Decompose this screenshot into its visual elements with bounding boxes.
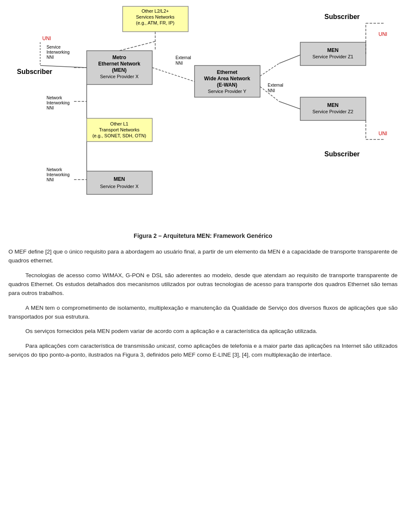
svg-text:MEN: MEN <box>114 176 125 182</box>
svg-text:(e.g., SONET, SDH, OTN): (e.g., SONET, SDH, OTN) <box>92 133 146 138</box>
svg-text:(MEN): (MEN) <box>112 67 127 73</box>
svg-text:NNI: NNI <box>47 106 54 110</box>
network-interworking-nni-top: Network <box>47 95 63 100</box>
subscriber-top-right: Subscriber <box>324 13 360 20</box>
svg-text:Service Provider Z2: Service Provider Z2 <box>313 109 354 114</box>
svg-text:MEN: MEN <box>327 102 339 108</box>
svg-text:Interworking: Interworking <box>47 172 69 177</box>
svg-text:Service Provider X: Service Provider X <box>100 184 139 189</box>
svg-text:Service Provider Y: Service Provider Y <box>208 89 247 94</box>
external-nni-bottom: External <box>268 83 283 87</box>
paragraph-5-italic: unicast <box>156 343 175 349</box>
svg-line-40 <box>279 101 300 109</box>
svg-line-37 <box>260 63 279 76</box>
svg-text:Other L2/L2+: Other L2/L2+ <box>142 8 169 14</box>
svg-text:Interworking: Interworking <box>47 50 69 55</box>
svg-text:NNI: NNI <box>176 61 183 65</box>
paragraph-1: O MEF define [2] que o único requisito p… <box>8 248 398 265</box>
subscriber-bottom-right: Subscriber <box>324 150 360 158</box>
svg-text:MEN: MEN <box>327 47 339 53</box>
service-interworking-label: Service <box>47 45 61 49</box>
svg-text:NNI: NNI <box>47 177 54 182</box>
svg-text:(E-WAN): (E-WAN) <box>217 82 237 88</box>
svg-text:Ethernet Network: Ethernet Network <box>98 61 140 67</box>
svg-text:NNI: NNI <box>268 88 275 93</box>
svg-text:Wide Area Network: Wide Area Network <box>204 76 250 82</box>
svg-text:Interworking: Interworking <box>47 101 69 105</box>
svg-text:Service Provider X: Service Provider X <box>100 74 139 79</box>
svg-text:Other L1: Other L1 <box>110 121 129 126</box>
figure-caption: Figura 2 – Arquitetura MEN: Framework Ge… <box>8 232 398 239</box>
svg-text:Service Provider Z1: Service Provider Z1 <box>313 54 354 59</box>
svg-text:NNI: NNI <box>47 55 54 60</box>
network-diagram: Other L2/L2+ Services Networks (e.g., AT… <box>8 4 398 228</box>
svg-line-38 <box>279 55 300 63</box>
uni-label-top-right: UNI <box>379 31 387 37</box>
uni-label-bottom-right: UNI <box>379 131 387 136</box>
network-interworking-nni-bottom: Network <box>47 167 63 172</box>
uni-label-top-left: UNI <box>42 35 51 41</box>
svg-text:Ethernet: Ethernet <box>217 69 238 75</box>
svg-text:Metro: Metro <box>112 55 126 60</box>
men-sp-x-bottom-box <box>87 171 152 194</box>
paragraph-3: A MEN tem o comprometimento de isolament… <box>8 304 398 322</box>
paragraph-5-text-before: Para aplicações com característica de tr… <box>25 343 156 349</box>
paragraph-2: Tecnologias de acesso como WIMAX, G-PON … <box>8 271 398 298</box>
paragraph-4: Os serviços fornecidos pela MEN podem va… <box>8 327 398 336</box>
diagram-container: Other L2/L2+ Services Networks (e.g., AT… <box>8 4 398 228</box>
svg-text:(e.g., ATM, FR, IP): (e.g., ATM, FR, IP) <box>136 20 175 25</box>
svg-line-31 <box>119 41 155 51</box>
subscriber-top-left: Subscriber <box>17 68 52 75</box>
paragraph-5: Para aplicações com característica de tr… <box>8 342 398 360</box>
svg-text:Services Networks: Services Networks <box>136 14 175 19</box>
svg-text:Transport Networks: Transport Networks <box>99 127 140 132</box>
external-nni-top: External <box>176 55 191 60</box>
svg-line-36 <box>152 68 195 82</box>
